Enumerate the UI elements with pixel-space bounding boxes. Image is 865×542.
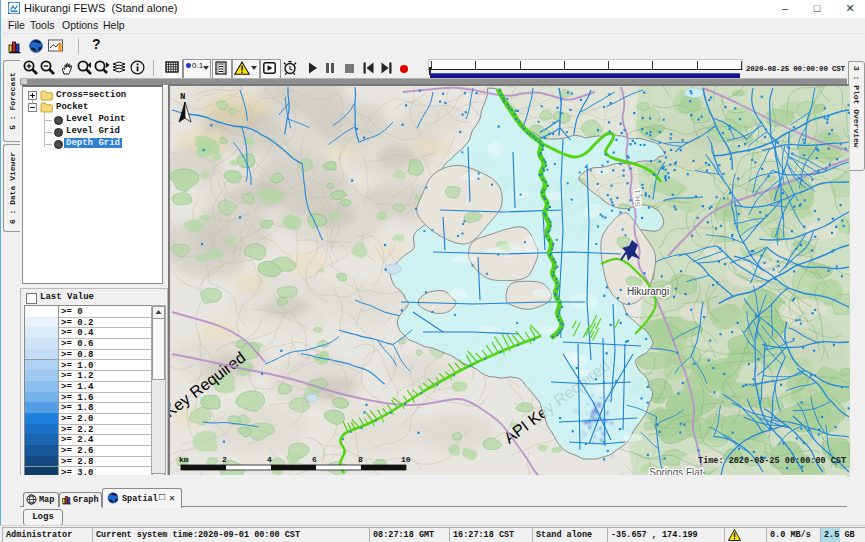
svg-text:N: N xyxy=(180,92,185,102)
svg-text:2: 2 xyxy=(222,455,227,464)
svg-text:4: 4 xyxy=(267,455,272,464)
svg-text:8: 8 xyxy=(358,455,363,464)
svg-text:6: 6 xyxy=(312,455,317,464)
svg-text:SH 1: SH 1 xyxy=(633,189,642,207)
svg-text:km: km xyxy=(179,455,189,464)
svg-text:Time: 2020-08-25 00:00:00 CST: Time: 2020-08-25 00:00:00 CST xyxy=(698,456,846,466)
svg-text:Hikurangi: Hikurangi xyxy=(627,286,669,297)
svg-text:10: 10 xyxy=(401,455,411,464)
